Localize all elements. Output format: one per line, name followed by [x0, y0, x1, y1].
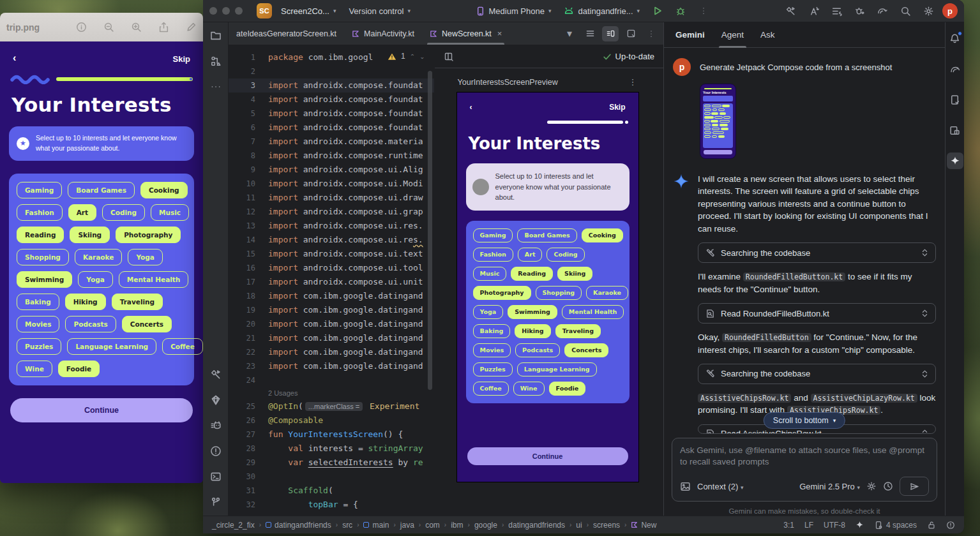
- device-mirroring-icon[interactable]: [947, 122, 963, 138]
- tool-call-searching-the-codebase[interactable]: Searching the codebase: [698, 242, 936, 263]
- todo-list-icon[interactable]: [827, 2, 845, 20]
- code-line-27[interactable]: 27fun YourInterestsScreen() {: [229, 428, 434, 442]
- gemini-settings-icon[interactable]: [866, 481, 877, 491]
- screenshot-attachment[interactable]: Your Interests: [700, 84, 736, 159]
- code-line-2[interactable]: 2: [229, 64, 434, 78]
- file-encoding[interactable]: UTF-8: [824, 521, 845, 530]
- code-editor[interactable]: 1package com.ibm.googl23import androidx.…: [229, 45, 434, 516]
- editor-scrollbar[interactable]: [428, 71, 432, 390]
- code-line-19[interactable]: 19import com.ibm.google.datingand: [229, 303, 434, 317]
- line-separator[interactable]: LF: [804, 521, 813, 530]
- breadcrumb-new[interactable]: New: [631, 521, 656, 530]
- problems-icon[interactable]: [207, 443, 224, 459]
- code-view-icon[interactable]: [582, 26, 598, 41]
- markup-icon[interactable]: [186, 22, 197, 33]
- code-line-30[interactable]: 30: [229, 470, 434, 484]
- code-line-10[interactable]: 10import androidx.compose.ui.Modi: [229, 177, 434, 191]
- gemini-status-icon[interactable]: [856, 521, 864, 529]
- gradle-sync-icon[interactable]: [873, 2, 891, 20]
- logcat-icon[interactable]: [207, 417, 224, 434]
- breadcrumb-datingandfriends[interactable]: datingandfriends: [508, 521, 565, 530]
- gemini-tool-icon[interactable]: [947, 153, 963, 169]
- code-line-14[interactable]: 14import androidx.compose.ui.res.: [229, 233, 434, 247]
- gradle-tool-icon[interactable]: [947, 61, 963, 77]
- project-tool-icon[interactable]: [207, 27, 224, 44]
- code-line-20[interactable]: 20import com.ibm.google.datingand: [229, 317, 434, 331]
- run-button[interactable]: [649, 2, 667, 20]
- notifications-bell-icon[interactable]: [947, 30, 963, 47]
- send-button[interactable]: [900, 477, 929, 496]
- code-line-24[interactable]: 24: [229, 373, 434, 387]
- gemini-input-box[interactable]: Ask Gemini, use @filename to attach sour…: [672, 438, 937, 502]
- running-devices-icon[interactable]: [947, 91, 963, 108]
- code-line-11[interactable]: 11import androidx.compose.ui.draw: [229, 191, 434, 205]
- breadcrumb--circle-2-fix[interactable]: _circle_2_fix: [212, 521, 255, 530]
- search-everywhere-icon[interactable]: [896, 2, 914, 20]
- breadcrumb-screens[interactable]: screens: [593, 521, 620, 530]
- debug-button[interactable]: [672, 2, 690, 20]
- code-line-9[interactable]: 9import androidx.compose.ui.Alig: [229, 163, 434, 177]
- inspection-widget[interactable]: 1 ⌃ ⌃: [386, 52, 426, 61]
- code-line-29[interactable]: 29 var selectedInterests by re: [229, 456, 434, 470]
- code-line-8[interactable]: 8import androidx.compose.runtime: [229, 149, 434, 163]
- vcs-widget[interactable]: Version control▾: [345, 4, 414, 19]
- code-line-32[interactable]: 32 topBar = {: [229, 498, 434, 512]
- build-tool-icon[interactable]: [207, 366, 224, 383]
- code-line-23[interactable]: 23import com.ibm.google.datingand: [229, 359, 434, 373]
- next-issue-icon[interactable]: ⌃: [419, 53, 425, 60]
- editor-tab-newscreen-kt[interactable]: NewScreen.kt×: [422, 22, 509, 45]
- code-line-25[interactable]: 25@OptIn(...markerClass = Experiment: [229, 399, 434, 413]
- readonly-lock-icon[interactable]: [927, 521, 936, 530]
- profiler-icon[interactable]: [850, 2, 868, 20]
- code-line-26[interactable]: 26@Composable: [229, 413, 434, 428]
- breadcrumb-src[interactable]: src: [342, 521, 352, 530]
- notifications-status-icon[interactable]: [946, 521, 955, 530]
- preview-menu-icon[interactable]: ⋮: [629, 77, 638, 87]
- expand-collapse-icon[interactable]: [921, 309, 928, 318]
- code-line-15[interactable]: 15import androidx.compose.ui.text: [229, 247, 434, 261]
- tab-ask[interactable]: Ask: [760, 22, 775, 48]
- breadcrumb-java[interactable]: java: [400, 521, 414, 530]
- indent-setting[interactable]: 4 spaces: [874, 521, 917, 530]
- code-line-28[interactable]: 28 val interests = stringArray: [229, 442, 434, 456]
- device-selector[interactable]: Medium Phone▾: [472, 4, 555, 19]
- caret-position[interactable]: 3:1: [783, 521, 794, 530]
- sync-project-icon[interactable]: [804, 2, 822, 20]
- tab-list-chevron-icon[interactable]: ▾: [561, 26, 578, 41]
- more-tool-windows-icon[interactable]: [207, 78, 224, 95]
- zoom-out-icon[interactable]: [103, 22, 114, 33]
- tool-call-read-roundedfilledbutton-kt[interactable]: Read RoundedFilledButton.kt: [698, 303, 936, 324]
- zoom-in-icon[interactable]: [131, 22, 142, 33]
- code-line-18[interactable]: 18import com.ibm.google.datingand: [229, 289, 434, 303]
- usages-hint[interactable]: 2 Usages: [268, 387, 298, 399]
- code-line-5[interactable]: 5import androidx.compose.foundat: [229, 107, 434, 121]
- project-widget[interactable]: Screen2Co...▾: [277, 4, 340, 19]
- scroll-to-bottom-button[interactable]: Scroll to bottom ▾: [764, 412, 845, 429]
- expand-collapse-icon[interactable]: [921, 248, 928, 257]
- prev-issue-icon[interactable]: ⌃: [410, 53, 415, 60]
- resource-manager-icon[interactable]: [207, 53, 224, 70]
- editor-tab-ateideasgeneratorscreen-kt[interactable]: ateIdeasGeneratorScreen.kt: [229, 22, 344, 45]
- share-icon[interactable]: [158, 22, 169, 33]
- code-line-31[interactable]: 31 Scaffold(: [229, 484, 434, 498]
- code-line-12[interactable]: 12import androidx.compose.ui.grap: [229, 205, 434, 219]
- code-line-21[interactable]: 21import com.ibm.google.datingand: [229, 331, 434, 345]
- code-line-17[interactable]: 17import androidx.compose.ui.unit: [229, 275, 434, 289]
- expand-collapse-icon[interactable]: [921, 369, 928, 378]
- terminal-icon[interactable]: [207, 468, 224, 485]
- code-line-6[interactable]: 6import androidx.compose.foundat: [229, 121, 434, 135]
- code-line-22[interactable]: 22import com.ibm.google.datingand: [229, 345, 434, 359]
- breadcrumb-main[interactable]: main: [363, 521, 389, 530]
- tab-agent[interactable]: Agent: [721, 22, 744, 48]
- breadcrumb-datingandfriends[interactable]: datingandfriends: [266, 521, 331, 530]
- ui-check-icon[interactable]: [444, 52, 454, 62]
- editor-options-icon[interactable]: [643, 26, 660, 41]
- run-config-selector[interactable]: datingandfrie...▾: [560, 4, 644, 19]
- editor-tab-mainactivity-kt[interactable]: MainActivity.kt: [344, 22, 422, 45]
- close-tab-icon[interactable]: ×: [497, 29, 502, 38]
- code-line-16[interactable]: 16import androidx.compose.ui.tool: [229, 261, 434, 275]
- breadcrumb-com[interactable]: com: [425, 521, 440, 530]
- code-line-3[interactable]: 3import androidx.compose.foundat: [229, 78, 434, 93]
- settings-gear-icon[interactable]: [919, 2, 937, 20]
- device-manager-icon[interactable]: [207, 392, 224, 408]
